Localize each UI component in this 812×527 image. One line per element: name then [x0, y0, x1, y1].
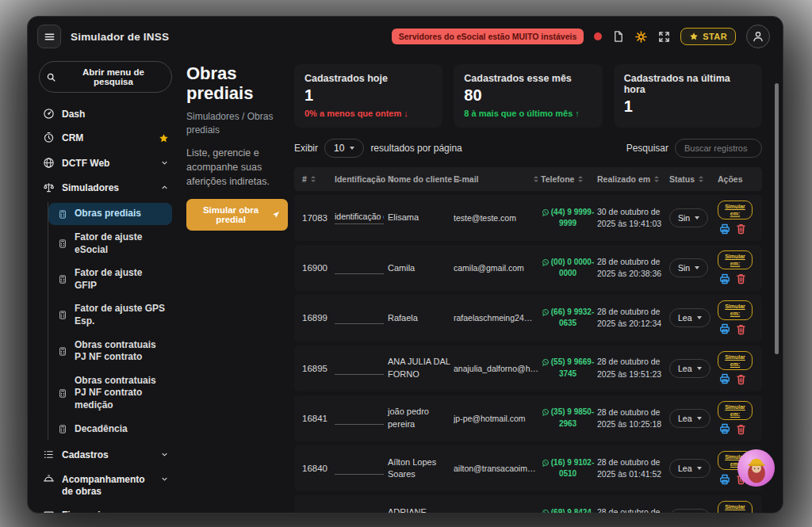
scrollbar-thumb[interactable]	[775, 83, 779, 354]
sort-icon[interactable]	[699, 176, 703, 182]
table-row: 16899 Rafaela rafaelaschmeing24@gmail.co…	[294, 295, 762, 341]
whatsapp-phone-link[interactable]: (16) 9 9102-0510	[541, 457, 595, 480]
sidebar-item-crm[interactable]: CRM	[39, 127, 172, 153]
sidebar-item-acompanhamento[interactable]: Acompanhamento de obras	[39, 468, 172, 504]
topbar-right: Servidores do eSocial estão MUITO instáv…	[392, 25, 770, 48]
user-avatar-button[interactable]	[746, 25, 770, 48]
simulate-in-button[interactable]: Simular em:	[718, 300, 753, 319]
identification-input[interactable]	[335, 412, 384, 425]
row-id: 16899	[302, 313, 332, 323]
identification-input[interactable]	[335, 362, 384, 375]
sidebar-item-financeiro[interactable]: Financeiro	[39, 504, 172, 514]
delete-button[interactable]	[734, 272, 748, 285]
delete-button[interactable]	[734, 323, 748, 336]
trash-icon	[735, 323, 747, 335]
column-header-identificacao[interactable]: Identificação	[335, 174, 385, 184]
hamburger-menu-button[interactable]	[37, 25, 61, 48]
chat-widget-avatar[interactable]	[737, 449, 775, 487]
print-button[interactable]	[718, 222, 731, 235]
identification-input[interactable]	[335, 512, 384, 514]
print-button[interactable]	[718, 472, 731, 486]
hamburger-icon	[44, 31, 56, 43]
whatsapp-icon	[542, 258, 550, 266]
search-label: Pesquisar	[626, 143, 668, 154]
column-header-nome[interactable]: Nome do cliente	[388, 174, 451, 184]
status-cell: Lea	[669, 409, 715, 428]
sidebar-item-dctf-web[interactable]: DCTF Web	[39, 152, 172, 177]
status-select[interactable]: Sin	[669, 208, 708, 227]
submenu-item-obras-prediais[interactable]: Obras prediais	[48, 203, 172, 225]
whatsapp-phone-link[interactable]: (69) 9 8424-8459	[541, 507, 595, 514]
whatsapp-phone-link[interactable]: (44) 9 9999-9999	[541, 207, 595, 230]
whatsapp-phone-link[interactable]: (35) 9 9850-2963	[541, 407, 595, 430]
submenu-item-obras-contratuais-medicao[interactable]: Obras contratuais PJ NF contrato medição	[48, 370, 172, 417]
calculator-icon	[57, 239, 68, 249]
sort-icon[interactable]	[578, 176, 583, 182]
star-plan-button[interactable]: STAR	[680, 28, 736, 45]
print-button[interactable]	[718, 323, 731, 336]
whatsapp-icon	[542, 509, 550, 514]
chevron-down-icon	[697, 316, 702, 319]
submenu-item-fator-gps[interactable]: Fator de ajuste GPS Esp.	[48, 298, 172, 332]
sidebar-item-simuladores[interactable]: Simuladores	[39, 177, 172, 201]
chevron-down-icon	[697, 367, 702, 370]
identification-cell	[335, 462, 385, 475]
settings-button[interactable]	[634, 30, 648, 44]
client-email: rafaelaschmeing24@gmail.com	[454, 313, 538, 323]
sidebar-item-cadastros[interactable]: Cadastros	[39, 444, 172, 468]
stat-value: 1	[624, 97, 752, 116]
simulate-in-button[interactable]: Simular em:	[718, 501, 753, 514]
created-at: 28 de outubro de 2025 às 20:12:34	[597, 306, 667, 330]
fullscreen-button[interactable]	[658, 31, 670, 43]
status-select[interactable]: Lea	[669, 359, 710, 378]
simulate-in-button[interactable]: Simular em:	[718, 250, 753, 269]
delete-button[interactable]	[734, 222, 748, 235]
sort-icon[interactable]	[311, 176, 316, 182]
delete-button[interactable]	[734, 422, 748, 436]
identification-input[interactable]	[335, 462, 384, 475]
chevron-down-icon	[160, 510, 169, 514]
sort-icon[interactable]	[654, 176, 659, 182]
per-page-select[interactable]: 10	[324, 139, 364, 158]
identification-input[interactable]	[335, 212, 384, 224]
simulate-building-work-button[interactable]: Simular obra predial	[186, 199, 288, 231]
document-icon	[612, 30, 624, 43]
identification-cell	[335, 311, 385, 324]
print-button[interactable]	[718, 272, 731, 285]
simulate-in-button[interactable]: Simular em:	[718, 200, 753, 220]
status-select[interactable]: Lea	[669, 509, 710, 514]
status-select[interactable]: Lea	[669, 459, 710, 478]
body-row: Abrir menu de pesquisa Dash CRM	[28, 53, 783, 513]
delete-button[interactable]	[734, 372, 748, 386]
submenu-item-fator-gfip[interactable]: Fator de ajuste GFIP	[48, 262, 172, 296]
simulate-in-button[interactable]: Simular em:	[718, 351, 753, 370]
submenu-item-fator-esocial[interactable]: Fator de ajuste eSocial	[48, 227, 172, 261]
open-search-menu-button[interactable]: Abrir menu de pesquisa	[39, 61, 172, 93]
submenu-item-decadencia[interactable]: Decadência	[48, 418, 172, 441]
whatsapp-phone-link[interactable]: (00) 0 0000-0000	[541, 257, 595, 280]
status-select[interactable]: Lea	[669, 409, 710, 428]
simulate-in-button[interactable]: Simular em:	[718, 401, 753, 420]
print-button[interactable]	[718, 422, 731, 436]
chevron-down-icon	[350, 147, 354, 150]
column-header-realizado[interactable]: Realizado em	[597, 174, 667, 184]
print-button[interactable]	[718, 372, 731, 386]
column-header-status[interactable]: Status	[669, 174, 715, 184]
column-header-telefone[interactable]: Telefone	[541, 174, 595, 184]
sidebar-item-dash[interactable]: Dash	[39, 103, 172, 127]
whatsapp-phone-link[interactable]: (66) 9 9932-0635	[541, 307, 595, 330]
created-at: 28 de outubro de 2025 às 19:51:23	[597, 356, 667, 380]
star-icon	[689, 32, 699, 41]
status-select[interactable]: Sin	[669, 258, 708, 277]
actions-cell: Simular em:	[718, 401, 754, 436]
identification-input[interactable]	[335, 311, 384, 324]
identification-input[interactable]	[335, 262, 384, 274]
status-select[interactable]: Lea	[669, 308, 710, 327]
submenu-item-obras-contratuais-pj[interactable]: Obras contratuais PJ NF contrato	[48, 334, 172, 369]
whatsapp-phone-link[interactable]: (55) 9 9669-3745	[541, 357, 595, 380]
column-header-email[interactable]: E-mail	[454, 174, 538, 184]
search-input[interactable]	[675, 139, 762, 158]
sort-icon[interactable]	[534, 176, 538, 182]
report-button[interactable]	[612, 30, 624, 43]
column-header-id[interactable]: #	[302, 174, 332, 184]
